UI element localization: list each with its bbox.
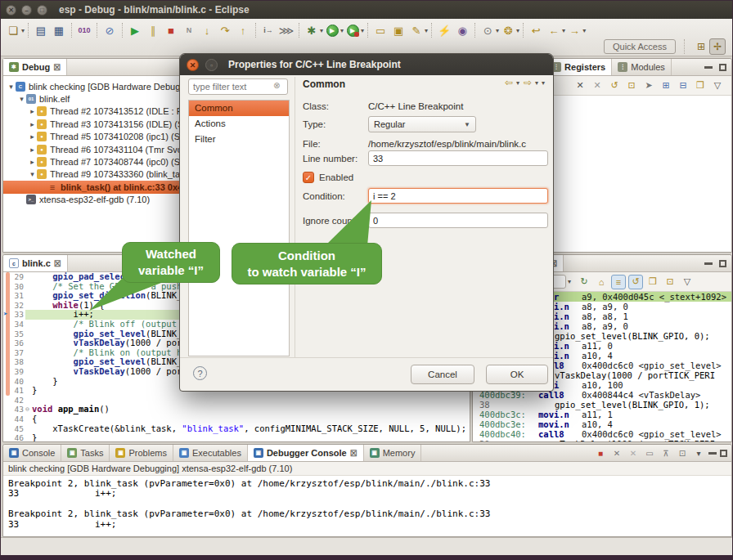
debug-perspective-icon[interactable]: ✢ xyxy=(709,38,726,55)
tab-modules[interactable]: ⋮Modules xyxy=(612,59,672,75)
step-instruction-icon[interactable]: i→ xyxy=(260,22,277,38)
pin-editor-icon[interactable]: ⊙ xyxy=(479,22,496,38)
gutter[interactable] xyxy=(3,329,11,339)
chevron-down-icon[interactable]: ▾ xyxy=(496,27,499,34)
disassembly-line[interactable]: 38gpio_set_level(BLINK_GPIO, 1); xyxy=(473,400,731,410)
dialog-nav-filter[interactable]: Filter xyxy=(189,132,289,147)
back-icon[interactable]: ← xyxy=(546,22,562,38)
collapsed-arrow-icon[interactable]: ▸ xyxy=(28,146,37,154)
suspend-icon[interactable]: ∥ xyxy=(145,22,161,38)
forward-icon[interactable]: → xyxy=(566,22,582,38)
remove-selected-icon[interactable]: ✕ xyxy=(573,78,587,93)
collapsed-arrow-icon[interactable]: ▸ xyxy=(28,120,37,128)
console-output[interactable]: Breakpoint 2, blink_task (pvParameter=0x… xyxy=(3,476,731,533)
install-update-icon[interactable]: ◉ xyxy=(454,22,470,38)
expanded-arrow-icon[interactable]: ▾ xyxy=(7,83,16,91)
maximize-icon[interactable] xyxy=(720,450,727,457)
tab-debugger-console[interactable]: ▣Debugger Console☒ xyxy=(248,445,364,461)
gutter[interactable] xyxy=(3,377,11,387)
build-binary-icon[interactable]: 010 xyxy=(76,22,92,38)
open-new-view-icon[interactable]: ❒ xyxy=(645,275,660,289)
gutter[interactable] xyxy=(3,338,11,348)
gutter[interactable] xyxy=(3,396,11,405)
save-icon[interactable]: ▤ xyxy=(33,22,49,38)
minimize-icon[interactable] xyxy=(704,262,713,265)
new-wizard-icon[interactable]: ❏ xyxy=(5,22,21,38)
terminate-icon[interactable]: ■ xyxy=(163,22,179,38)
editor-line[interactable]: 45 xTaskCreate(&blink_task, "blink_task"… xyxy=(3,424,470,434)
step-over-icon[interactable]: ↷ xyxy=(217,22,233,38)
tab-tasks[interactable]: ▣Tasks xyxy=(61,445,110,461)
display-selected-console-icon[interactable]: ▾ xyxy=(692,446,705,459)
tab-executables[interactable]: ▣Executables xyxy=(173,445,248,461)
pin-console-icon[interactable]: ⊡ xyxy=(676,446,689,459)
gutter[interactable] xyxy=(3,386,11,396)
tab-registers[interactable]: ⋮Registers xyxy=(546,59,612,75)
last-edit-location-icon[interactable]: ↩ xyxy=(528,22,544,38)
dialog-maximize-button[interactable]: ▫ xyxy=(205,59,218,71)
pin-view-icon[interactable]: ⊡ xyxy=(663,275,677,289)
home-icon[interactable]: ⌂ xyxy=(594,275,609,289)
collapse-all-icon[interactable]: ⊟ xyxy=(676,78,690,93)
gutter[interactable] xyxy=(3,433,11,442)
maximize-icon[interactable] xyxy=(719,260,726,267)
fold-marker-icon[interactable]: ⊖ xyxy=(25,405,32,414)
chevron-down-icon[interactable]: ▾ xyxy=(568,278,571,285)
tab-problems[interactable]: ▣Problems xyxy=(110,445,173,461)
collapsed-arrow-icon[interactable]: ▸ xyxy=(28,132,37,141)
gutter[interactable] xyxy=(3,367,11,377)
gutter[interactable] xyxy=(3,357,11,367)
chevron-down-icon[interactable]: ▾ xyxy=(21,27,25,34)
chevron-down-icon[interactable]: ▾ xyxy=(562,27,565,34)
refresh-icon[interactable]: ↻ xyxy=(577,275,591,289)
restore-defaults-icon[interactable]: ↺ xyxy=(607,78,622,93)
ignore-count-input[interactable] xyxy=(368,213,548,228)
gutter[interactable] xyxy=(3,348,11,358)
view-menu-icon[interactable]: ▽ xyxy=(680,275,695,289)
view-menu-icon[interactable]: ▾ xyxy=(542,79,545,87)
help-icon[interactable]: ? xyxy=(193,366,207,380)
type-dropdown[interactable]: Regular ▼ xyxy=(368,116,476,132)
remove-all-icon[interactable]: ✕ xyxy=(590,78,605,93)
flash-icon[interactable]: ⚡ xyxy=(436,22,452,38)
window-minimize-button[interactable]: – xyxy=(21,5,32,16)
gutter[interactable] xyxy=(3,301,11,311)
gutter[interactable] xyxy=(3,282,11,292)
editor-line[interactable]: 46} xyxy=(3,433,470,442)
chevron-down-icon[interactable]: ▾ xyxy=(361,27,364,34)
expand-all-icon[interactable]: ⊞ xyxy=(659,78,673,93)
instruction-stepping-icon[interactable]: ⋙ xyxy=(278,22,295,38)
gutter[interactable] xyxy=(3,414,11,424)
debug-icon[interactable]: ✱ xyxy=(304,22,320,38)
external-tools-icon[interactable]: ▶ xyxy=(344,22,361,38)
remove-all-launches-icon[interactable]: ✕ xyxy=(627,446,640,459)
sync-active-context-icon[interactable]: ↺ xyxy=(628,275,643,289)
resume-icon[interactable]: ▶ xyxy=(127,22,143,38)
condition-input[interactable] xyxy=(368,188,548,204)
chevron-down-icon[interactable]: ▾ xyxy=(535,79,538,87)
annotate-icon[interactable]: ✎ xyxy=(408,22,425,38)
collapsed-arrow-icon[interactable]: ▸ xyxy=(28,107,37,115)
step-return-icon[interactable]: ↑ xyxy=(235,22,251,38)
disassembly-line[interactable]: 400dbc40:call80x400dc6c0 <gpio_set_level… xyxy=(473,429,731,439)
forward-icon[interactable]: ⇨ xyxy=(524,77,532,88)
run-icon[interactable]: ▶ xyxy=(324,22,340,38)
dialog-nav-common[interactable]: Common xyxy=(189,101,289,116)
window-close-button[interactable]: ✕ xyxy=(6,5,16,16)
expanded-arrow-icon[interactable]: ▾ xyxy=(17,95,26,103)
gutter[interactable] xyxy=(3,405,11,414)
dialog-close-button[interactable]: ✕ xyxy=(187,59,199,71)
minimize-icon[interactable] xyxy=(704,66,713,69)
gutter[interactable] xyxy=(3,291,11,301)
layout-icon[interactable]: ❒ xyxy=(693,78,708,93)
scroll-lock-icon[interactable]: ⊼ xyxy=(659,446,672,459)
chevron-down-icon[interactable]: ▾ xyxy=(425,27,428,34)
clear-filter-icon[interactable]: ⊗ xyxy=(273,81,280,90)
chevron-down-icon[interactable]: ▾ xyxy=(516,27,519,34)
new-c-project-icon[interactable]: ▭ xyxy=(372,22,389,38)
select-pointer-icon[interactable]: ➤ xyxy=(641,78,656,93)
gutter[interactable] xyxy=(3,424,11,434)
maximize-icon[interactable] xyxy=(719,64,726,71)
terminate-icon[interactable]: ■ xyxy=(594,446,607,459)
step-into-icon[interactable]: ↓ xyxy=(199,22,215,38)
